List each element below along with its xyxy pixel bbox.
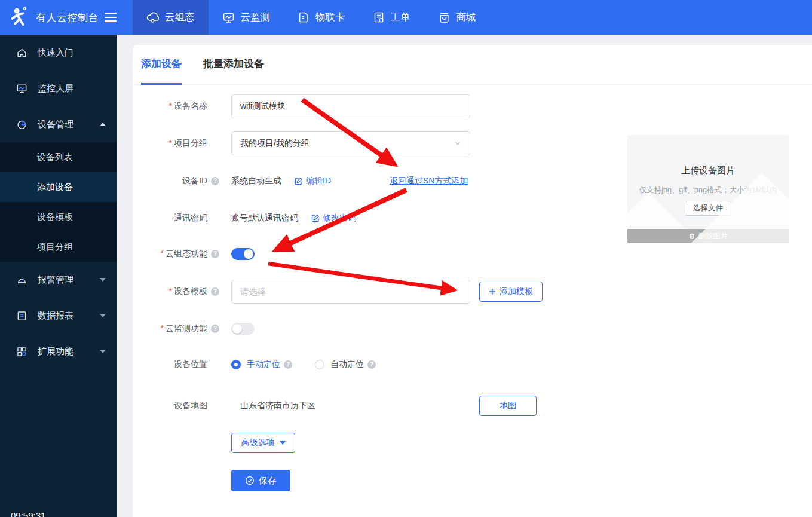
nav-tab-work-order[interactable]: 工单: [359, 0, 424, 35]
sidebar-subitem-device-list[interactable]: 设备列表: [0, 142, 117, 172]
help-icon[interactable]: ?: [211, 287, 219, 296]
nav-tab-label: 商城: [456, 11, 476, 24]
map-button[interactable]: 地图: [479, 396, 537, 416]
data-report-icon: [16, 310, 27, 322]
choose-file-button[interactable]: 选择文件: [685, 201, 731, 216]
device-location-row: 设备位置 手动定位 ? 自动定位 ?: [133, 359, 611, 371]
project-group-label: 项目分组: [133, 138, 207, 149]
monitor-toggle-label: 云监测功能: [133, 323, 207, 334]
help-icon[interactable]: ?: [284, 360, 292, 369]
add-device-form: 设备名称 项目分组 我的项目/我的分组 设备ID ? 系统自动生成: [133, 85, 812, 517]
sidebar-subitem-project-group[interactable]: 项目分组: [0, 232, 117, 262]
edit-id-link[interactable]: 编辑ID: [295, 176, 331, 186]
scada-toggle-row: 云组态功能 ?: [133, 247, 611, 261]
nav-tab-cloud-monitor[interactable]: 云监测: [209, 0, 284, 35]
device-name-label: 设备名称: [133, 101, 207, 112]
chevron-down-icon: [100, 350, 106, 353]
help-icon[interactable]: ?: [211, 250, 219, 258]
monitor-toggle-row: 云监测功能 ?: [133, 322, 611, 335]
save-row: 保存: [133, 470, 611, 491]
device-name-input[interactable]: [231, 94, 470, 118]
project-group-select[interactable]: 我的项目/我的分组: [231, 131, 470, 155]
change-password-link[interactable]: 修改密码: [311, 213, 356, 224]
sidebar-item-extensions[interactable]: 扩展功能: [0, 334, 117, 369]
chevron-down-icon: [454, 140, 461, 147]
device-map-value: 山东省济南市历下区: [240, 400, 315, 411]
scada-toggle-label: 云组态功能: [133, 249, 207, 259]
upload-title: 上传设备图片: [627, 165, 789, 176]
delete-image-button[interactable]: 删除图片: [627, 229, 789, 243]
device-template-row: 设备模板 ? 添加模板: [133, 280, 611, 304]
change-password-label: 修改密码: [323, 213, 356, 224]
iot-card-icon: [298, 11, 310, 23]
sidebar-item-big-screen[interactable]: 监控大屏: [0, 71, 117, 106]
sidebar-item-label: 扩展功能: [38, 346, 73, 357]
sidebar-item-label: 设备管理: [38, 119, 73, 130]
extension-icon: [16, 346, 27, 357]
radio-dot: [231, 360, 241, 369]
nav-tab-label: 云监测: [241, 11, 271, 24]
chevron-down-icon: [100, 278, 106, 282]
help-icon[interactable]: ?: [211, 177, 219, 185]
nav-tab-mall[interactable]: 商城: [424, 0, 490, 35]
sidebar-item-label: 监控大屏: [38, 83, 73, 94]
device-id-label: 设备ID: [133, 176, 207, 186]
help-icon[interactable]: ?: [367, 360, 376, 369]
radio-auto-location[interactable]: 自动定位: [315, 359, 364, 370]
monitor-toggle-switch[interactable]: [231, 323, 255, 335]
hamburger-menu-icon[interactable]: [105, 13, 117, 22]
edit-id-label: 编辑ID: [306, 176, 331, 186]
nav-tabs: 云组态 云监测 物联卡 工单: [133, 0, 490, 35]
device-manage-icon: [16, 119, 27, 130]
nav-tab-scada[interactable]: 云组态: [133, 0, 209, 35]
sidebar-item-device-manage[interactable]: 设备管理: [0, 106, 117, 142]
comm-password-row: 通讯密码 账号默认通讯密码 修改密码: [133, 212, 611, 225]
delete-image-label: 删除图片: [698, 231, 728, 241]
help-icon[interactable]: ?: [211, 325, 219, 333]
sidebar-item-label: 快速入门: [38, 47, 73, 59]
device-map-label: 设备地图: [133, 400, 207, 411]
radio-manual-location[interactable]: 手动定位: [231, 359, 280, 370]
scada-toggle-switch[interactable]: [231, 248, 255, 260]
sidebar-item-alarm-manage[interactable]: 报警管理: [0, 262, 117, 298]
device-name-row: 设备名称: [133, 94, 611, 118]
advanced-options-button[interactable]: 高级选项: [231, 433, 295, 453]
device-location-label: 设备位置: [133, 359, 207, 370]
device-id-row: 设备ID ? 系统自动生成 编辑ID 返回通过SN方式添加: [133, 175, 611, 188]
sidebar-item-label: 报警管理: [38, 274, 73, 286]
mall-icon: [438, 11, 451, 24]
brand-title: 有人云控制台: [36, 11, 99, 25]
nav-tab-label: 物联卡: [315, 11, 345, 24]
radio-label: 手动定位: [247, 359, 280, 370]
sidebar-item-label: 数据报表: [38, 310, 73, 322]
sn-mode-link[interactable]: 返回通过SN方式添加: [390, 176, 468, 186]
advanced-options-label: 高级选项: [241, 438, 275, 448]
brand[interactable]: 有人云控制台: [0, 0, 117, 35]
nav-tab-iot-card[interactable]: 物联卡: [284, 0, 359, 35]
radio-label: 自动定位: [330, 359, 364, 370]
tab-batch-add-device[interactable]: 批量添加设备: [203, 45, 264, 85]
sidebar-subitem-device-template[interactable]: 设备模板: [0, 202, 117, 232]
radio-dot: [315, 360, 324, 369]
chevron-up-icon: [100, 123, 106, 126]
caret-down-icon: [280, 441, 286, 445]
add-template-button[interactable]: 添加模板: [479, 282, 543, 302]
device-template-input[interactable]: [231, 280, 470, 304]
sidebar-subitem-label: 项目分组: [37, 241, 73, 253]
device-id-value: 系统自动生成: [231, 176, 281, 186]
advanced-options-row: 高级选项: [133, 433, 611, 453]
upload-hint: 仅支持jpg、gif、png格式；大小为1M以内: [627, 185, 789, 195]
sidebar-item-data-report[interactable]: 数据报表: [0, 298, 117, 334]
sidebar-subitem-add-device[interactable]: 添加设备: [0, 172, 117, 202]
save-button[interactable]: 保存: [231, 470, 290, 491]
work-order-icon: [373, 11, 385, 23]
sidebar-item-quick-start[interactable]: 快速入门: [0, 35, 117, 71]
sidebar-submenu-device-manage: 设备列表 添加设备 设备模板 项目分组: [0, 142, 117, 262]
project-group-value: 我的项目/我的分组: [240, 138, 310, 149]
alarm-icon: [16, 274, 27, 286]
edit-icon: [311, 214, 320, 222]
monitor-chart-icon: [222, 11, 235, 24]
tab-add-device[interactable]: 添加设备: [141, 45, 182, 85]
usr-logo-icon: [8, 6, 30, 29]
scada-cloud-icon: [146, 11, 159, 24]
